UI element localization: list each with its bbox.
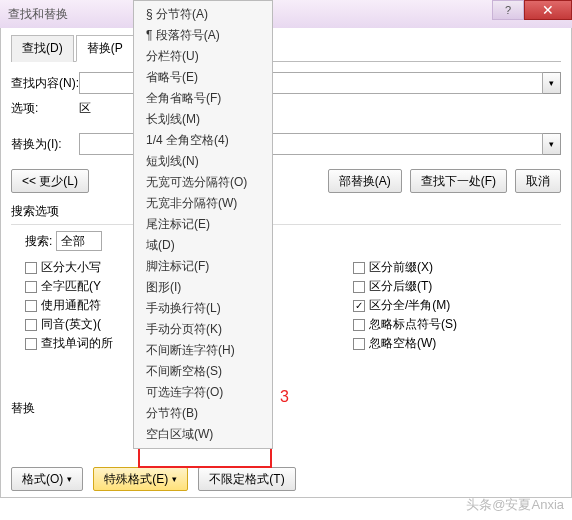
checkbox-label: 使用通配符	[41, 297, 101, 314]
checkbox-row[interactable]: 区分前缀(X)	[353, 259, 561, 276]
format-button[interactable]: 格式(O)	[11, 467, 83, 491]
menu-item[interactable]: 分节符(B)	[134, 403, 272, 424]
menu-item[interactable]: 可选连字符(O)	[134, 382, 272, 403]
dialog-body: 查找(D) 替换(P 查找内容(N): ▾ 选项: 区 替换为(I): ▾ <<…	[0, 28, 572, 498]
checkbox-icon	[25, 262, 37, 274]
search-label: 搜索:	[25, 234, 52, 248]
checkbox-label: 忽略标点符号(S)	[369, 316, 457, 333]
checkbox-icon	[25, 319, 37, 331]
menu-item[interactable]: 省略号(E)	[134, 67, 272, 88]
checkbox-row[interactable]: ✓区分全/半角(M)	[353, 297, 561, 314]
annotation-label: 3	[280, 388, 289, 406]
close-button[interactable]: ✕	[524, 0, 572, 20]
help-button[interactable]: ?	[492, 0, 524, 20]
checkbox-label: 区分全/半角(M)	[369, 297, 450, 314]
menu-item[interactable]: 脚注标记(F)	[134, 256, 272, 277]
checkbox-icon	[353, 281, 365, 293]
replace-dropdown-icon[interactable]: ▾	[543, 133, 561, 155]
checkbox-label: 区分大小写	[41, 259, 101, 276]
replace-all-button[interactable]: 部替换(A)	[328, 169, 402, 193]
no-format-button[interactable]: 不限定格式(T)	[198, 467, 295, 491]
checkbox-row[interactable]: 区分后缀(T)	[353, 278, 561, 295]
checkbox-icon	[25, 281, 37, 293]
tab-strip: 查找(D) 替换(P	[11, 34, 561, 62]
menu-item[interactable]: 手动分页符(K)	[134, 319, 272, 340]
checkbox-label: 区分前缀(X)	[369, 259, 433, 276]
special-format-menu: § 分节符(A)¶ 段落符号(A)分栏符(U)省略号(E)全角省略号(F)长划线…	[133, 0, 273, 449]
cancel-button[interactable]: 取消	[515, 169, 561, 193]
find-next-button[interactable]: 查找下一处(F)	[410, 169, 507, 193]
checkbox-icon	[353, 338, 365, 350]
checkbox-label: 同音(英文)(	[41, 316, 101, 333]
window-controls: ? ✕	[492, 0, 572, 20]
menu-item[interactable]: 手动换行符(L)	[134, 298, 272, 319]
find-label: 查找内容(N):	[11, 75, 79, 92]
checkbox-label: 全字匹配(Y	[41, 278, 101, 295]
checkbox-icon	[25, 300, 37, 312]
checkbox-label: 查找单词的所	[41, 335, 113, 352]
menu-item[interactable]: 全角省略号(F)	[134, 88, 272, 109]
menu-item[interactable]: 无宽非分隔符(W)	[134, 193, 272, 214]
watermark: 头条@安夏Anxia	[466, 496, 564, 514]
search-direction-select[interactable]: 全部	[56, 231, 102, 251]
menu-item[interactable]: 无宽可选分隔符(O)	[134, 172, 272, 193]
options-label: 选项:	[11, 100, 79, 117]
menu-item[interactable]: 尾注标记(E)	[134, 214, 272, 235]
tab-replace[interactable]: 替换(P	[76, 35, 134, 62]
menu-item[interactable]: ¶ 段落符号(A)	[134, 25, 272, 46]
checkbox-icon	[25, 338, 37, 350]
replace-label: 替换为(I):	[11, 136, 79, 153]
menu-item[interactable]: 长划线(M)	[134, 109, 272, 130]
menu-item[interactable]: 空白区域(W)	[134, 424, 272, 445]
checkbox-icon	[353, 262, 365, 274]
menu-item[interactable]: 域(D)	[134, 235, 272, 256]
checkbox-icon: ✓	[353, 300, 365, 312]
menu-item[interactable]: 短划线(N)	[134, 151, 272, 172]
menu-item[interactable]: 不间断连字符(H)	[134, 340, 272, 361]
menu-item[interactable]: 1/4 全角空格(4)	[134, 130, 272, 151]
less-button[interactable]: << 更少(L)	[11, 169, 89, 193]
menu-item[interactable]: 图形(I)	[134, 277, 272, 298]
menu-item[interactable]: 不间断空格(S)	[134, 361, 272, 382]
special-format-button[interactable]: 特殊格式(E)	[93, 467, 188, 491]
checkbox-label: 忽略空格(W)	[369, 335, 436, 352]
checkbox-row[interactable]: 忽略空格(W)	[353, 335, 561, 352]
menu-item[interactable]: § 分节符(A)	[134, 4, 272, 25]
checkbox-label: 区分后缀(T)	[369, 278, 432, 295]
search-options-heading: 搜索选项	[11, 203, 561, 220]
dialog-title: 查找和替换	[8, 6, 68, 23]
find-dropdown-icon[interactable]: ▾	[543, 72, 561, 94]
titlebar: 查找和替换 ? ✕	[0, 0, 572, 28]
checkbox-row[interactable]: 忽略标点符号(S)	[353, 316, 561, 333]
checkbox-icon	[353, 319, 365, 331]
menu-item[interactable]: 分栏符(U)	[134, 46, 272, 67]
options-value: 区	[79, 100, 91, 117]
tab-find[interactable]: 查找(D)	[11, 35, 74, 62]
